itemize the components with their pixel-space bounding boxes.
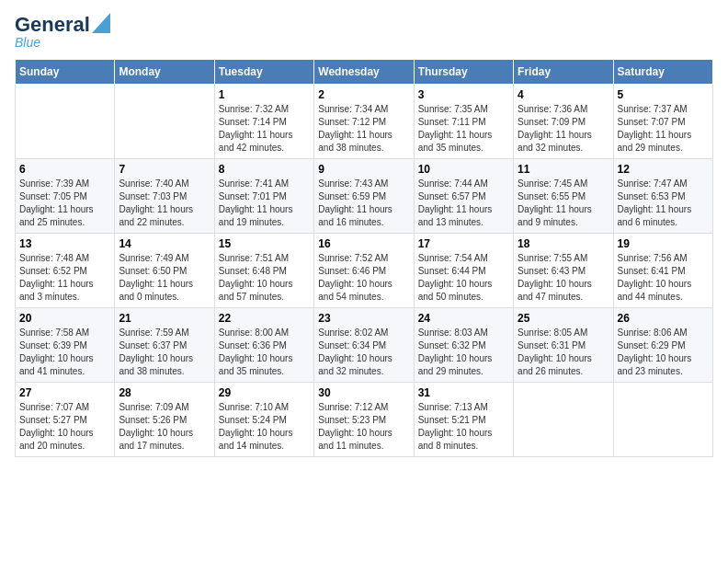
calendar-cell: 19Sunrise: 7:56 AM Sunset: 6:41 PM Dayli… — [613, 234, 712, 308]
day-number: 30 — [318, 386, 409, 399]
calendar-week-row: 20Sunrise: 7:58 AM Sunset: 6:39 PM Dayli… — [16, 308, 713, 383]
day-number: 11 — [518, 163, 609, 176]
day-number: 17 — [418, 237, 509, 250]
weekday-header: Sunday — [16, 60, 115, 85]
calendar-cell — [514, 383, 613, 457]
day-number: 16 — [318, 237, 409, 250]
day-info: Sunrise: 8:06 AM Sunset: 6:29 PM Dayligh… — [618, 327, 709, 378]
calendar-cell: 16Sunrise: 7:52 AM Sunset: 6:46 PM Dayli… — [314, 234, 414, 308]
weekday-header: Thursday — [414, 60, 513, 85]
day-info: Sunrise: 7:48 AM Sunset: 6:52 PM Dayligh… — [19, 252, 110, 304]
calendar-cell: 10Sunrise: 7:44 AM Sunset: 6:57 PM Dayli… — [414, 159, 513, 234]
day-info: Sunrise: 8:02 AM Sunset: 6:34 PM Dayligh… — [318, 327, 409, 378]
day-number: 18 — [518, 237, 609, 250]
day-info: Sunrise: 7:12 AM Sunset: 5:23 PM Dayligh… — [318, 401, 409, 453]
calendar-cell: 12Sunrise: 7:47 AM Sunset: 6:53 PM Dayli… — [613, 159, 712, 234]
day-number: 28 — [119, 386, 210, 399]
day-info: Sunrise: 7:39 AM Sunset: 7:05 PM Dayligh… — [19, 178, 110, 229]
calendar-cell: 2Sunrise: 7:34 AM Sunset: 7:12 PM Daylig… — [314, 85, 414, 159]
svg-marker-0 — [92, 13, 110, 33]
calendar-cell — [115, 85, 214, 159]
calendar-cell: 18Sunrise: 7:55 AM Sunset: 6:43 PM Dayli… — [514, 234, 613, 308]
calendar-cell: 25Sunrise: 8:05 AM Sunset: 6:31 PM Dayli… — [514, 308, 613, 383]
calendar-cell: 5Sunrise: 7:37 AM Sunset: 7:07 PM Daylig… — [613, 85, 712, 159]
day-info: Sunrise: 7:40 AM Sunset: 7:03 PM Dayligh… — [119, 178, 210, 229]
day-number: 9 — [318, 163, 409, 176]
calendar-cell: 27Sunrise: 7:07 AM Sunset: 5:27 PM Dayli… — [16, 383, 115, 457]
calendar-week-row: 6Sunrise: 7:39 AM Sunset: 7:05 PM Daylig… — [16, 159, 713, 234]
calendar-week-row: 27Sunrise: 7:07 AM Sunset: 5:27 PM Dayli… — [16, 383, 713, 457]
calendar-cell: 15Sunrise: 7:51 AM Sunset: 6:48 PM Dayli… — [214, 234, 313, 308]
day-info: Sunrise: 7:13 AM Sunset: 5:21 PM Dayligh… — [418, 401, 509, 453]
calendar-table: SundayMondayTuesdayWednesdayThursdayFrid… — [15, 59, 713, 457]
calendar-cell: 26Sunrise: 8:06 AM Sunset: 6:29 PM Dayli… — [613, 308, 712, 383]
day-info: Sunrise: 7:09 AM Sunset: 5:26 PM Dayligh… — [119, 401, 210, 453]
day-number: 24 — [418, 312, 509, 325]
day-number: 31 — [418, 386, 509, 399]
day-info: Sunrise: 7:58 AM Sunset: 6:39 PM Dayligh… — [19, 327, 110, 378]
logo-blue: Blue — [15, 35, 110, 50]
day-info: Sunrise: 7:32 AM Sunset: 7:14 PM Dayligh… — [219, 103, 310, 155]
day-info: Sunrise: 7:35 AM Sunset: 7:11 PM Dayligh… — [418, 103, 509, 155]
day-info: Sunrise: 7:56 AM Sunset: 6:41 PM Dayligh… — [618, 252, 709, 304]
day-number: 20 — [19, 312, 110, 325]
logo-general: General — [15, 15, 90, 35]
calendar-cell: 3Sunrise: 7:35 AM Sunset: 7:11 PM Daylig… — [414, 85, 513, 159]
day-info: Sunrise: 8:00 AM Sunset: 6:36 PM Dayligh… — [219, 327, 310, 378]
calendar-cell: 23Sunrise: 8:02 AM Sunset: 6:34 PM Dayli… — [314, 308, 414, 383]
day-info: Sunrise: 7:47 AM Sunset: 6:53 PM Dayligh… — [618, 178, 709, 229]
day-info: Sunrise: 7:45 AM Sunset: 6:55 PM Dayligh… — [518, 178, 609, 229]
calendar-cell: 24Sunrise: 8:03 AM Sunset: 6:32 PM Dayli… — [414, 308, 513, 383]
calendar-cell: 11Sunrise: 7:45 AM Sunset: 6:55 PM Dayli… — [514, 159, 613, 234]
calendar-cell: 31Sunrise: 7:13 AM Sunset: 5:21 PM Dayli… — [414, 383, 513, 457]
calendar-cell: 22Sunrise: 8:00 AM Sunset: 6:36 PM Dayli… — [214, 308, 313, 383]
calendar-cell: 20Sunrise: 7:58 AM Sunset: 6:39 PM Dayli… — [16, 308, 115, 383]
day-number: 13 — [19, 237, 110, 250]
day-info: Sunrise: 7:43 AM Sunset: 6:59 PM Dayligh… — [318, 178, 409, 229]
weekday-header: Wednesday — [314, 60, 414, 85]
day-info: Sunrise: 7:54 AM Sunset: 6:44 PM Dayligh… — [418, 252, 509, 304]
day-number: 25 — [518, 312, 609, 325]
day-number: 26 — [618, 312, 709, 325]
day-info: Sunrise: 8:05 AM Sunset: 6:31 PM Dayligh… — [518, 327, 609, 378]
day-number: 21 — [119, 312, 210, 325]
day-info: Sunrise: 7:59 AM Sunset: 6:37 PM Dayligh… — [119, 327, 210, 378]
day-number: 23 — [318, 312, 409, 325]
day-number: 5 — [618, 88, 709, 101]
day-number: 8 — [219, 163, 310, 176]
calendar-cell: 4Sunrise: 7:36 AM Sunset: 7:09 PM Daylig… — [514, 85, 613, 159]
calendar-cell: 9Sunrise: 7:43 AM Sunset: 6:59 PM Daylig… — [314, 159, 414, 234]
day-number: 14 — [119, 237, 210, 250]
calendar-cell: 13Sunrise: 7:48 AM Sunset: 6:52 PM Dayli… — [16, 234, 115, 308]
weekday-header-row: SundayMondayTuesdayWednesdayThursdayFrid… — [16, 60, 713, 85]
day-number: 29 — [219, 386, 310, 399]
weekday-header: Friday — [514, 60, 613, 85]
logo-icon — [92, 13, 110, 33]
day-info: Sunrise: 8:03 AM Sunset: 6:32 PM Dayligh… — [418, 327, 509, 378]
day-info: Sunrise: 7:10 AM Sunset: 5:24 PM Dayligh… — [219, 401, 310, 453]
calendar-cell: 7Sunrise: 7:40 AM Sunset: 7:03 PM Daylig… — [115, 159, 214, 234]
day-info: Sunrise: 7:34 AM Sunset: 7:12 PM Dayligh… — [318, 103, 409, 155]
page-header: General Blue — [15, 15, 713, 50]
weekday-header: Saturday — [613, 60, 712, 85]
day-info: Sunrise: 7:37 AM Sunset: 7:07 PM Dayligh… — [618, 103, 709, 155]
calendar-cell: 6Sunrise: 7:39 AM Sunset: 7:05 PM Daylig… — [16, 159, 115, 234]
calendar-cell: 21Sunrise: 7:59 AM Sunset: 6:37 PM Dayli… — [115, 308, 214, 383]
day-number: 19 — [618, 237, 709, 250]
calendar-cell: 17Sunrise: 7:54 AM Sunset: 6:44 PM Dayli… — [414, 234, 513, 308]
day-number: 4 — [518, 88, 609, 101]
day-info: Sunrise: 7:49 AM Sunset: 6:50 PM Dayligh… — [119, 252, 210, 304]
day-info: Sunrise: 7:44 AM Sunset: 6:57 PM Dayligh… — [418, 178, 509, 229]
calendar-cell — [613, 383, 712, 457]
weekday-header: Tuesday — [214, 60, 313, 85]
weekday-header: Monday — [115, 60, 214, 85]
day-number: 27 — [19, 386, 110, 399]
calendar-cell: 28Sunrise: 7:09 AM Sunset: 5:26 PM Dayli… — [115, 383, 214, 457]
day-number: 15 — [219, 237, 310, 250]
calendar-cell — [16, 85, 115, 159]
calendar-cell: 1Sunrise: 7:32 AM Sunset: 7:14 PM Daylig… — [214, 85, 313, 159]
calendar-week-row: 1Sunrise: 7:32 AM Sunset: 7:14 PM Daylig… — [16, 85, 713, 159]
day-number: 3 — [418, 88, 509, 101]
day-number: 22 — [219, 312, 310, 325]
calendar-cell: 8Sunrise: 7:41 AM Sunset: 7:01 PM Daylig… — [214, 159, 313, 234]
